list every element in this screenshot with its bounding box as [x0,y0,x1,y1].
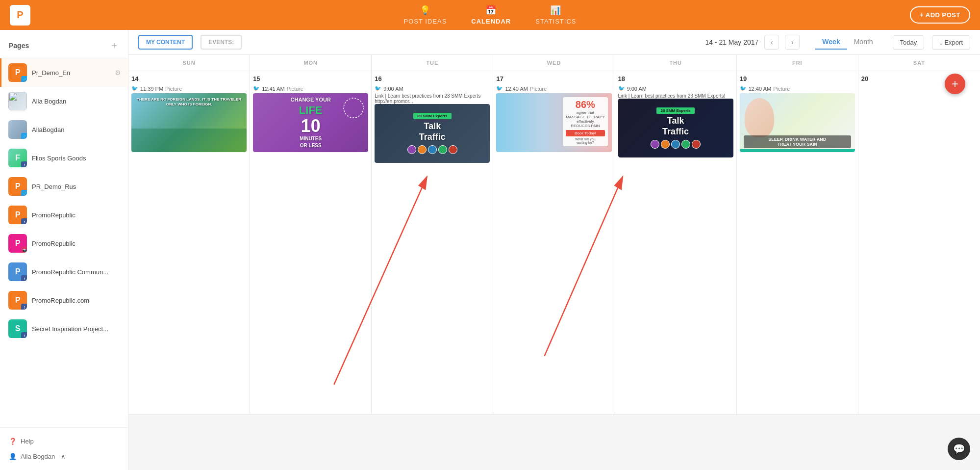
calendar-icon: 📅 [485,5,497,16]
post-time-row: 🐦 11:39 PM Picture [131,85,247,92]
header-sun: SUN [128,55,250,71]
page-name: PromoRepublic [32,211,75,219]
sidebar-footer: ❓ Help 👤 Alla Bogdan ∧ [0,427,128,470]
massage-subtext: What are youwaiting for? [566,137,604,144]
post-time: 9:00 AM [383,86,403,92]
header-mon: MON [250,55,372,71]
calendar-toolbar: MY CONTENT EVENTS: 14 - 21 May 2017 ‹ › … [128,30,980,55]
day-number: 17 [496,75,611,82]
statistics-icon: 📊 [550,5,561,16]
fab-add-button[interactable]: + [945,74,965,94]
nav-post-ideas[interactable]: 💡 POST IDEAS [404,5,447,25]
post-item[interactable]: 🐦 9:00 AM Link | Learn best practices fr… [375,85,490,163]
days-header: SUN MON TUE WED THU FRI SAT [128,55,980,71]
nav-statistics[interactable]: 📊 STATISTICS [535,5,576,25]
post-item[interactable]: 🐦 12:40 AM Picture 86% agree thatMASSAGE… [496,85,611,152]
post-time: 12:41 AM [262,86,284,92]
view-tabs: Week Month [815,35,879,50]
svg-point-0 [344,98,363,118]
date-range-text: 14 - 21 May 2017 [705,38,758,46]
social-badge-fb: f [21,332,27,338]
expert-faces2 [651,140,701,149]
sleep-text-overlay: SLEEP, DRINK WATER ANDTREAT YOUR SKIN [744,135,851,148]
user-name: Alla Bogdan [21,453,55,460]
prev-week-button[interactable]: ‹ [764,35,779,50]
avatar: P 🐦 [8,63,27,82]
today-button[interactable]: Today [893,35,925,50]
avatar: 🐦 [8,120,27,139]
post-image-sleep: SLEEP, DRINK WATER ANDTREAT YOUR SKIN [740,93,855,152]
post-time-row: 🐦 12:40 AM Picture [496,85,611,92]
nav-center: 💡 POST IDEAS 📅 CALENDAR 📊 STATISTICS [404,5,577,25]
tab-month[interactable]: Month [847,35,880,50]
post-type: Picture [287,86,303,92]
post-image-forest: THERE ARE NO FOREIGN LANDS. IT IS THE TR… [131,93,247,152]
book-today-btn[interactable]: Book Today! [566,130,604,136]
talk-traffic-overlay2: 23 SMM Experts TalkTraffic [618,99,733,157]
sidebar-item-flios[interactable]: F f Flios Sports Goods [0,144,128,172]
sidebar-item-promo-com[interactable]: P f PromoRepublic.com [0,286,128,314]
sleep-text: SLEEP, DRINK WATER ANDTREAT YOUR SKIN [747,137,848,147]
next-week-button[interactable]: › [785,35,800,50]
social-badge-fb: f [21,161,27,167]
sidebar-pages-list: P 🐦 Pr_Demo_En ⚙ Alla Bogdan 🐦 Alla [0,58,128,427]
post-item[interactable]: 🐦 11:39 PM Picture THERE ARE NO FOREIGN … [131,85,247,152]
post-type: Picture [165,86,182,92]
post-item[interactable]: 🐦 12:40 AM Picture SLEEP, DRINK WA [740,85,855,152]
avatar: S f [8,319,27,338]
day-cell-14: 14 🐦 11:39 PM Picture THERE ARE NO FOREI… [128,71,250,415]
post-image-massage: 86% agree thatMASSAGE THERAPYeffectively… [496,93,611,152]
calendar-body: 14 🐦 11:39 PM Picture THERE ARE NO FOREI… [128,71,980,415]
my-content-button[interactable]: MY CONTENT [138,35,193,50]
sidebar-item-promo-fb[interactable]: P f PromoRepublic [0,201,128,229]
tab-week[interactable]: Week [815,35,847,50]
social-badge-twitter: 🐦 [21,133,27,139]
sidebar-item-secret[interactable]: S f Secret Inspiration Project... [0,314,128,343]
massage-stat-overlay: 86% agree thatMASSAGE THERAPYeffectively… [563,97,607,146]
twitter-icon: 🐦 [618,85,625,92]
sidebar-title: Pages [9,42,29,50]
chat-bubble-button[interactable]: 💬 [948,438,970,460]
date-range-nav: 14 - 21 May 2017 ‹ › [705,35,800,50]
sidebar-item-alla-bogdan[interactable]: Alla Bogdan [0,87,128,115]
change-life-text: CHANGE YOUR LIFE 10 MINUTESOR LESS [291,96,331,149]
calendar-body-wrapper: 14 🐦 11:39 PM Picture THERE ARE NO FOREI… [128,71,980,470]
day-number: 14 [131,75,247,82]
sidebar-item-pr-demo-en[interactable]: P 🐦 Pr_Demo_En ⚙ [0,58,128,87]
social-badge-ig: 📷 [21,247,27,253]
post-time: 12:40 AM [505,86,528,92]
page-name: Pr_Demo_En [32,69,70,77]
export-button[interactable]: ↓ Export [932,35,970,50]
sidebar-item-promo-commun[interactable]: P f PromoRepublic Commun... [0,258,128,286]
sidebar-header: Pages ＋ [0,30,128,58]
twitter-icon: 🐦 [375,85,381,92]
day-number: 16 [375,75,490,82]
help-label: Help [21,438,34,445]
twitter-icon: 🐦 [253,85,260,92]
social-badge-fb: f [21,218,27,224]
header-wed: WED [493,55,615,71]
post-item[interactable]: 🐦 12:41 AM Picture CHANGE YOUR LIFE 10 M… [253,85,368,152]
help-link[interactable]: ❓ Help [7,434,121,449]
nav-calendar[interactable]: 📅 CALENDAR [471,5,511,25]
add-post-button[interactable]: + ADD POST [910,6,970,24]
post-time-row: 🐦 12:41 AM Picture [253,85,368,92]
sidebar-add-button[interactable]: ＋ [109,39,119,52]
events-button[interactable]: EVENTS: [201,35,242,50]
header-thu: THU [615,55,737,71]
post-item[interactable]: 🐦 9:00 AM Link | Learn best practices fr… [618,85,733,157]
sidebar-item-promo-ig[interactable]: P 📷 PromoRepublic [0,229,128,258]
logo-letter: P [17,9,23,21]
dotted-circle [341,96,366,120]
settings-icon[interactable]: ⚙ [115,69,121,77]
user-account[interactable]: 👤 Alla Bogdan ∧ [7,449,121,464]
app-logo[interactable]: P [10,5,30,26]
sidebar-item-allabogdan[interactable]: 🐦 AllaBogdan [0,115,128,144]
talk-traffic-title2: TalkTraffic [662,116,689,137]
sidebar: Pages ＋ P 🐦 Pr_Demo_En ⚙ Alla Bogdan [0,30,128,470]
post-type: Picture [530,86,547,92]
page-name: AllaBogdan [32,126,65,133]
calendar-grid: SUN MON TUE WED THU FRI SAT 14 🐦 [128,55,980,470]
avatar: F f [8,149,27,167]
sidebar-item-pr-demo-rus[interactable]: P 🐦 PR_Demo_Rus [0,172,128,201]
